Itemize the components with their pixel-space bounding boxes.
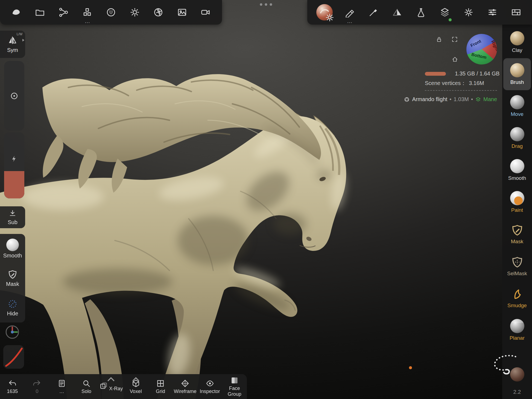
inspector-button[interactable]: Inspector [197, 374, 222, 399]
material-button[interactable] [412, 2, 430, 23]
notification-dot [409, 366, 412, 369]
material-flask-icon [416, 7, 426, 17]
wireframe-label: Wireframe [174, 389, 197, 394]
tool-move[interactable]: Move [503, 90, 531, 122]
intensity-slider[interactable] [4, 132, 24, 198]
clay-sphere-icon [510, 31, 524, 45]
matcap-icon [106, 7, 116, 17]
solo-button[interactable]: Solo [74, 374, 99, 399]
wireframe-button[interactable]: Wireframe [173, 374, 197, 399]
background-button[interactable] [507, 2, 525, 23]
home-icon [452, 55, 458, 63]
smooth-quick-label: Smooth [3, 253, 22, 259]
active-object-row[interactable]: Armando flight • 1.03M • Mane [404, 96, 497, 102]
selmask-shield-icon [511, 256, 524, 269]
nav-cube-front-face[interactable]: Front [470, 39, 482, 48]
alpha-button[interactable] [388, 2, 406, 23]
files-card-button[interactable]: … [49, 374, 74, 399]
stroke-button[interactable]: … [341, 2, 359, 23]
settings-button[interactable] [460, 2, 478, 23]
tool-planar[interactable]: Planar [503, 314, 531, 346]
tool-paint[interactable]: Paint [503, 186, 531, 218]
separator-dot: • [449, 96, 451, 102]
files-card-icon [57, 379, 66, 388]
tool-clay[interactable]: Clay [503, 26, 531, 58]
symmetry-button[interactable]: L/W Sym [0, 31, 25, 58]
tool-brush[interactable]: Brush [503, 58, 531, 90]
files-button[interactable] [31, 2, 49, 23]
tool-drag-label: Drag [511, 143, 523, 149]
layers-button[interactable] [436, 2, 454, 23]
nomad-logo-button[interactable] [7, 2, 25, 23]
grid-button[interactable]: Grid [148, 374, 173, 399]
nav-cube[interactable]: Front Right Bottom [466, 34, 497, 64]
scene-vertices: Scene vertices：3.16M [425, 80, 484, 87]
voxel-button[interactable]: Voxel [123, 374, 148, 399]
face-group-button[interactable]: Face Group [222, 374, 247, 399]
brush-sphere-icon [510, 63, 524, 77]
smooth-quick-button[interactable]: Smooth [0, 234, 25, 263]
alpha-icon [392, 7, 402, 17]
tool-smooth[interactable]: Smooth [503, 154, 531, 186]
smooth-sphere-icon [6, 239, 19, 251]
stroke-icon [344, 7, 355, 17]
interface-button[interactable] [483, 2, 501, 23]
image-icon [177, 7, 187, 17]
background-bricks-icon [511, 7, 521, 17]
falloff-button[interactable] [364, 2, 382, 23]
solo-label: Solo [81, 389, 91, 394]
xray-label: X-Ray [109, 386, 123, 391]
sub-button[interactable]: Sub [0, 206, 25, 228]
tool-sidebar: Clay Brush Move Drag Smooth Paint Mask [502, 25, 532, 399]
tool-selmask[interactable]: SelMask [503, 250, 531, 282]
lock-view-button[interactable] [434, 34, 444, 44]
radius-target-icon [10, 91, 19, 101]
files-more-dots: … [59, 389, 64, 394]
xray-button[interactable]: X-Ray [99, 374, 123, 399]
undo-button[interactable]: 1635 [0, 374, 25, 399]
redo-button[interactable]: 0 [25, 374, 49, 399]
lighting-icon [130, 7, 140, 17]
tool-selmask-label: SelMask [507, 271, 527, 277]
layer-stack-icon [475, 96, 481, 102]
redo-count: 0 [36, 389, 38, 394]
matcap-button[interactable] [102, 2, 120, 23]
active-tool-button[interactable] [314, 2, 335, 23]
tool-mask[interactable]: Mask [503, 218, 531, 250]
stats-divider [425, 90, 497, 91]
expand-caret-icon [107, 375, 115, 383]
expand-caret-icon [131, 375, 140, 383]
app-version: 2.2 [513, 389, 521, 395]
primitives-button[interactable]: … [78, 2, 96, 23]
home-view-button[interactable] [450, 54, 460, 64]
memory-bar-fill [425, 72, 446, 76]
lighting-button[interactable] [126, 2, 144, 23]
symmetry-label: Sym [7, 47, 18, 53]
files-icon [35, 7, 45, 17]
camera-button[interactable] [197, 2, 215, 23]
memory-bar [425, 72, 450, 76]
postprocess-button[interactable] [149, 2, 167, 23]
separator-dot: • [471, 96, 473, 102]
gizmo-button[interactable] [4, 323, 21, 341]
dock-expand-caret[interactable] [22, 39, 24, 42]
tool-smudge[interactable]: Smudge [503, 282, 531, 314]
nav-cube-bottom-face[interactable]: Bottom [471, 52, 487, 60]
settings-gear-icon [463, 7, 474, 17]
active-layer-name[interactable]: Mane [483, 96, 497, 102]
sub-arrow-icon [8, 209, 17, 217]
fullscreen-button[interactable] [450, 34, 460, 44]
postprocess-icon [153, 7, 163, 17]
bottom-toolbar: 1635 0 … Solo X-Ray Voxel Grid [0, 374, 247, 399]
tool-mask-label: Mask [511, 239, 523, 245]
hide-quick-button[interactable]: Hide [0, 293, 25, 322]
window-handle-dots[interactable] [260, 3, 272, 6]
tool-drag[interactable]: Drag [503, 122, 531, 154]
scene-graph-button[interactable] [55, 2, 73, 23]
radius-slider[interactable] [4, 61, 24, 131]
falloff-curve-tile[interactable] [3, 345, 24, 369]
sculpt-app-window: … … [0, 0, 532, 399]
primitives-icon [82, 7, 92, 17]
mask-quick-button[interactable]: Mask [0, 263, 25, 293]
image-button[interactable] [173, 2, 191, 23]
